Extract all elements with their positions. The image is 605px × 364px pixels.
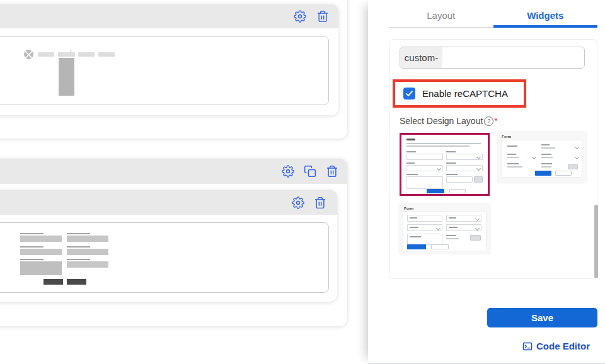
widget-card-2-toolbar — [0, 159, 347, 184]
duplicate-icon[interactable] — [304, 165, 316, 178]
cursor-arrow: ↓ — [69, 48, 72, 54]
widget-card-2-inner-toolbar — [0, 190, 337, 215]
mini-save-button — [535, 171, 551, 176]
widget-card-1-toolbar — [0, 4, 338, 28]
save-button[interactable]: Save — [487, 308, 597, 327]
tab-bar: Layout Widgets — [389, 5, 597, 28]
mini-form-title: Form — [502, 135, 511, 139]
settings-icon[interactable] — [292, 196, 304, 209]
avatar-skeleton — [24, 50, 33, 59]
scrollbar-thumb[interactable] — [594, 205, 598, 278]
dropdown-skeleton — [59, 58, 74, 96]
mini-textarea — [406, 176, 443, 189]
settings-icon[interactable] — [294, 10, 306, 23]
widgets-settings-scroll-area: custom- Enable reCAPTCHA Select Design L… — [389, 39, 597, 279]
tab-layout[interactable]: Layout — [389, 5, 493, 28]
design-layout-option-2[interactable]: Form — [497, 132, 587, 183]
form-builder-screen: ↓ — [0, 0, 605, 364]
mini-save-button — [407, 244, 426, 249]
mini-cancel-button — [555, 171, 572, 176]
recaptcha-label: Enable reCAPTCHA — [422, 88, 508, 99]
terminal-icon — [522, 341, 533, 351]
help-icon[interactable]: ? — [484, 117, 493, 126]
settings-icon[interactable] — [282, 165, 294, 178]
custom-widget-name-input[interactable] — [442, 47, 584, 68]
widget-1-placeholder: ↓ — [0, 36, 329, 105]
design-layout-option-3[interactable]: Form — [399, 203, 490, 254]
design-layout-option-1-selected[interactable] — [400, 133, 490, 196]
mini-textarea — [407, 234, 442, 245]
tab-widgets[interactable]: Widgets — [493, 5, 598, 28]
trash-icon[interactable] — [316, 10, 329, 23]
mini-cancel-button — [449, 189, 466, 193]
widget-2-placeholder — [0, 222, 329, 293]
design-layout-section-label: Select Design Layout ? * — [400, 116, 498, 126]
settings-panel: Layout Widgets custom- Enable reCAPTCHA … — [368, 0, 605, 364]
button-skeleton — [67, 279, 86, 285]
code-editor-label: Code Editor — [536, 341, 590, 351]
mini-cancel-button — [431, 244, 449, 249]
mini-form-title: Form — [404, 207, 413, 210]
custom-widget-name-field: custom- — [400, 47, 585, 69]
textarea-skeleton — [20, 261, 62, 275]
required-asterisk: * — [494, 116, 497, 126]
custom-prefix-label: custom- — [400, 47, 442, 68]
recaptcha-highlight-box: Enable reCAPTCHA — [393, 79, 526, 108]
button-skeleton — [43, 279, 63, 285]
trash-icon[interactable] — [326, 165, 338, 178]
mini-save-button — [427, 189, 444, 193]
code-editor-link[interactable]: Code Editor — [522, 341, 590, 351]
trash-icon[interactable] — [314, 196, 326, 209]
recaptcha-checkbox[interactable] — [403, 88, 415, 100]
select-design-layout-text: Select Design Layout — [400, 116, 483, 126]
